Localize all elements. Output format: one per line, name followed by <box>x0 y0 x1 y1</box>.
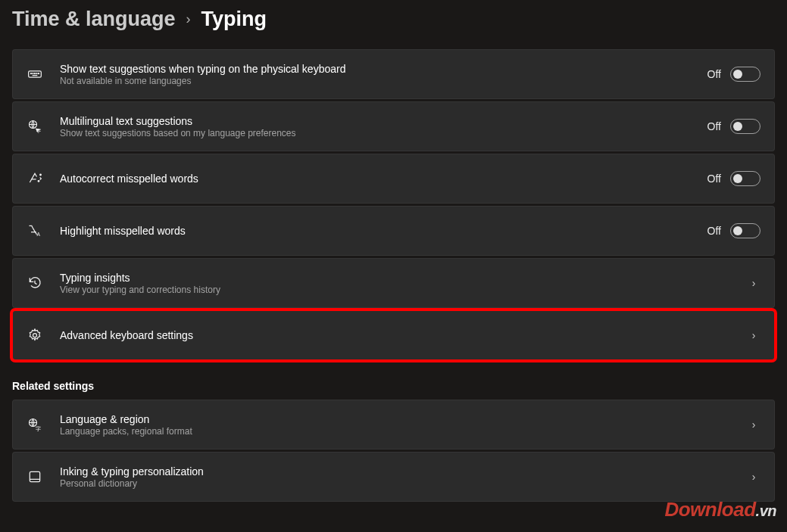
svg-point-9 <box>38 181 39 182</box>
setting-inking-typing-personalization[interactable]: Inking & typing personalization Personal… <box>12 452 775 502</box>
svg-text:字: 字 <box>36 426 41 431</box>
setting-typing-insights[interactable]: Typing insights View your typing and cor… <box>12 258 775 308</box>
setting-highlight-misspelled[interactable]: A Highlight misspelled words Off <box>12 206 775 256</box>
setting-multilingual-suggestions[interactable]: 字 Multilingual text suggestions Show tex… <box>12 101 775 151</box>
setting-title: Advanced keyboard settings <box>60 329 730 341</box>
spellcheck-icon: A <box>27 222 43 239</box>
svg-point-10 <box>40 174 42 176</box>
breadcrumb-parent[interactable]: Time & language <box>12 8 176 31</box>
chevron-right-icon: › <box>747 277 760 289</box>
watermark-suffix: .vn <box>756 502 776 519</box>
setting-title: Show text suggestions when typing on the… <box>60 63 691 75</box>
breadcrumb: Time & language › Typing <box>12 8 775 31</box>
setting-subtitle: Show text suggestions based on my langua… <box>60 128 691 138</box>
breadcrumb-current: Typing <box>201 8 267 31</box>
toggle-state-label: Off <box>707 225 721 237</box>
setting-subtitle: Language packs, regional format <box>60 426 730 437</box>
chevron-right-icon: › <box>186 11 191 27</box>
svg-point-3 <box>35 73 36 74</box>
svg-point-12 <box>33 334 37 338</box>
globe-translate-icon: 字 <box>27 118 43 135</box>
svg-rect-15 <box>30 471 39 481</box>
setting-title: Autocorrect misspelled words <box>60 173 691 185</box>
globe-translate-icon: 字 <box>27 416 43 433</box>
autocorrect-icon <box>27 170 43 187</box>
chevron-right-icon: › <box>747 329 760 341</box>
settings-list: Show text suggestions when typing on the… <box>12 49 775 360</box>
setting-text-suggestions-physical[interactable]: Show text suggestions when typing on the… <box>12 49 775 99</box>
toggle-switch[interactable] <box>730 67 760 82</box>
svg-text:字: 字 <box>36 128 41 133</box>
svg-point-5 <box>39 73 39 74</box>
related-settings-heading: Related settings <box>12 380 775 392</box>
svg-point-4 <box>36 73 37 74</box>
toggle-switch[interactable] <box>730 223 760 238</box>
chevron-right-icon: › <box>747 418 760 431</box>
setting-title: Highlight misspelled words <box>60 225 691 237</box>
setting-title: Language & region <box>60 413 730 425</box>
setting-subtitle: Personal dictionary <box>60 478 730 489</box>
keyboard-icon <box>27 66 43 82</box>
toggle-state-label: Off <box>707 68 721 80</box>
gear-icon <box>27 327 43 344</box>
setting-title: Inking & typing personalization <box>60 465 730 478</box>
toggle-state-label: Off <box>707 173 721 185</box>
setting-subtitle: Not available in some languages <box>60 76 691 86</box>
svg-point-2 <box>33 73 33 74</box>
setting-autocorrect[interactable]: Autocorrect misspelled words Off <box>12 154 775 204</box>
setting-title: Typing insights <box>60 272 730 284</box>
svg-point-1 <box>31 73 32 74</box>
toggle-switch[interactable] <box>730 119 760 134</box>
setting-subtitle: View your typing and corrections history <box>60 285 730 295</box>
toggle-switch[interactable] <box>730 171 760 186</box>
setting-language-region[interactable]: 字 Language & region Language packs, regi… <box>12 400 775 450</box>
chevron-right-icon: › <box>747 471 760 483</box>
related-settings-list: 字 Language & region Language packs, regi… <box>12 400 775 502</box>
history-icon <box>27 275 43 291</box>
svg-text:A: A <box>37 232 41 237</box>
tablet-icon <box>27 468 43 485</box>
setting-advanced-keyboard[interactable]: Advanced keyboard settings › <box>12 310 775 360</box>
setting-title: Multilingual text suggestions <box>60 115 691 127</box>
toggle-state-label: Off <box>707 120 721 132</box>
